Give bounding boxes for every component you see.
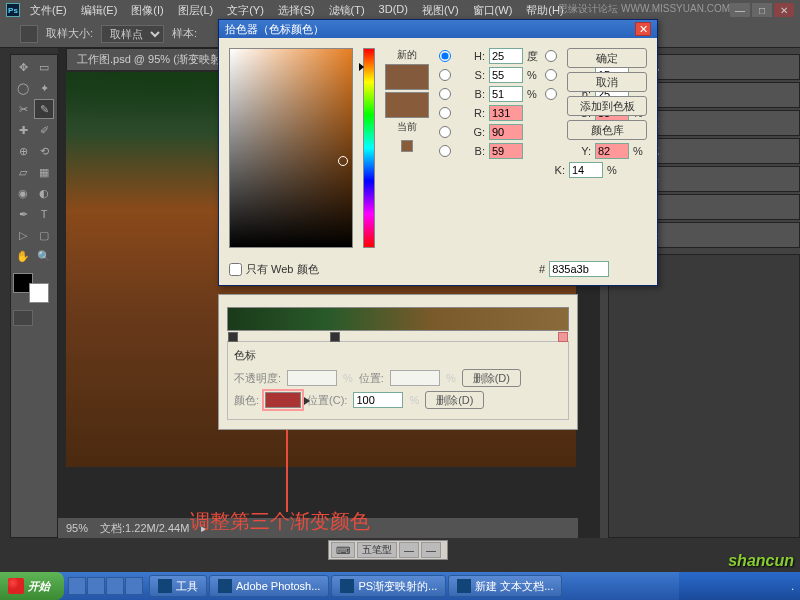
- crop-tool[interactable]: ✂: [13, 99, 33, 119]
- g-radio[interactable]: [439, 126, 451, 138]
- picker-close-button[interactable]: ✕: [635, 22, 651, 36]
- pen-tool[interactable]: ✒: [13, 204, 33, 224]
- cancel-button[interactable]: 取消: [567, 72, 647, 92]
- ql-icon-4[interactable]: [125, 577, 143, 595]
- task-textdoc[interactable]: 新建 文本文档...: [448, 575, 562, 597]
- h-radio[interactable]: [439, 50, 451, 62]
- saturation-value-field[interactable]: [229, 48, 353, 248]
- pos1-unit: %: [446, 372, 456, 384]
- marquee-tool[interactable]: ▭: [34, 57, 54, 77]
- close-button[interactable]: ✕: [774, 3, 794, 17]
- ql-icon-1[interactable]: [68, 577, 86, 595]
- stop-color-swatch[interactable]: [265, 392, 301, 408]
- h-input[interactable]: [489, 48, 523, 64]
- type-tool[interactable]: T: [34, 204, 54, 224]
- brush-tool[interactable]: ✐: [34, 120, 54, 140]
- ime-bar[interactable]: ⌨ 五笔型 — —: [328, 540, 448, 560]
- l-radio[interactable]: [545, 50, 557, 62]
- tray-icon-2[interactable]: [702, 579, 716, 593]
- menu-select[interactable]: 选择(S): [272, 1, 321, 20]
- k-input[interactable]: [569, 162, 603, 178]
- clock[interactable]: .: [791, 581, 794, 592]
- b-radio[interactable]: [439, 88, 451, 100]
- blur-tool[interactable]: ◉: [13, 183, 33, 203]
- zoom-level[interactable]: 95%: [66, 522, 88, 534]
- color-lib-button[interactable]: 颜色库: [567, 120, 647, 140]
- s-input[interactable]: [489, 67, 523, 83]
- gradient-stop-3[interactable]: [558, 332, 568, 342]
- menu-filter[interactable]: 滤镜(T): [323, 1, 371, 20]
- start-button[interactable]: 开始: [0, 572, 64, 600]
- minimize-button[interactable]: —: [730, 3, 750, 17]
- pos2-input[interactable]: [353, 392, 403, 408]
- b-input[interactable]: [489, 86, 523, 102]
- menu-view[interactable]: 视图(V): [416, 1, 465, 20]
- menu-file[interactable]: 文件(E): [24, 1, 73, 20]
- hue-slider[interactable]: [363, 48, 375, 248]
- menu-layer[interactable]: 图层(L): [172, 1, 219, 20]
- background-swatch[interactable]: [29, 283, 49, 303]
- wand-tool[interactable]: ✦: [34, 78, 54, 98]
- a-radio[interactable]: [545, 69, 557, 81]
- tray-icon-4[interactable]: [736, 579, 750, 593]
- webonly-checkbox[interactable]: [229, 263, 242, 276]
- tray-icon-1[interactable]: [685, 579, 699, 593]
- sample-size-select[interactable]: 取样点: [101, 25, 164, 43]
- y-input[interactable]: [595, 143, 629, 159]
- hand-tool[interactable]: ✋: [13, 246, 33, 266]
- move-tool[interactable]: ✥: [13, 57, 33, 77]
- r-radio[interactable]: [439, 107, 451, 119]
- task-photoshop[interactable]: Adobe Photosh...: [209, 575, 329, 597]
- add-swatch-button[interactable]: 添加到色板: [567, 96, 647, 116]
- path-tool[interactable]: ▷: [13, 225, 33, 245]
- gradient-tool[interactable]: ▦: [34, 162, 54, 182]
- eyedropper-icon[interactable]: [20, 25, 38, 43]
- document-tab[interactable]: 工作图.psd @ 95% (渐变映射: [66, 48, 232, 70]
- tray-icon-6[interactable]: [770, 579, 784, 593]
- menu-image[interactable]: 图像(I): [125, 1, 169, 20]
- gradient-bar[interactable]: [227, 307, 569, 331]
- s-radio[interactable]: [439, 69, 451, 81]
- ql-icon-3[interactable]: [106, 577, 124, 595]
- eyedropper-tool[interactable]: ✎: [34, 99, 54, 119]
- menu-type[interactable]: 文字(Y): [221, 1, 270, 20]
- delete2-button[interactable]: 删除(D): [425, 391, 484, 409]
- task-tools[interactable]: 工具: [149, 575, 207, 597]
- menu-window[interactable]: 窗口(W): [467, 1, 519, 20]
- maximize-button[interactable]: □: [752, 3, 772, 17]
- ql-icon-2[interactable]: [87, 577, 105, 595]
- g-input[interactable]: [489, 124, 523, 140]
- menu-3d[interactable]: 3D(D): [373, 1, 414, 20]
- history-brush-tool[interactable]: ⟲: [34, 141, 54, 161]
- shape-tool[interactable]: ▢: [34, 225, 54, 245]
- ime-seg2[interactable]: —: [421, 542, 441, 558]
- tray-icon-3[interactable]: [719, 579, 733, 593]
- dodge-tool[interactable]: ◐: [34, 183, 54, 203]
- eraser-tool[interactable]: ▱: [13, 162, 33, 182]
- gradient-stop-1[interactable]: [228, 332, 238, 342]
- gradient-stop-2[interactable]: [330, 332, 340, 342]
- hex-input[interactable]: [549, 261, 609, 277]
- lasso-tool[interactable]: ◯: [13, 78, 33, 98]
- layers-panel[interactable]: [608, 254, 800, 538]
- ime-seg1[interactable]: —: [399, 542, 419, 558]
- heal-tool[interactable]: ✚: [13, 120, 33, 140]
- ime-icon[interactable]: ⌨: [331, 542, 355, 558]
- picker-titlebar[interactable]: 拾色器（色标颜色） ✕: [219, 20, 657, 38]
- opacity-unit: %: [343, 372, 353, 384]
- zoom-tool[interactable]: 🔍: [34, 246, 54, 266]
- ps-task-icon: [218, 579, 232, 593]
- bval-input[interactable]: [489, 143, 523, 159]
- stamp-tool[interactable]: ⊕: [13, 141, 33, 161]
- ok-button[interactable]: 确定: [567, 48, 647, 68]
- menu-edit[interactable]: 编辑(E): [75, 1, 124, 20]
- ime-name[interactable]: 五笔型: [357, 542, 397, 558]
- color-swatches[interactable]: [13, 273, 53, 303]
- lab-b-radio[interactable]: [545, 88, 557, 100]
- r-input[interactable]: [489, 105, 523, 121]
- task-psdoc[interactable]: PS渐变映射的...: [331, 575, 446, 597]
- bval-radio[interactable]: [439, 145, 451, 157]
- websafe-cube-icon[interactable]: [401, 140, 413, 152]
- quickmask-toggle[interactable]: [13, 310, 33, 326]
- tray-icon-5[interactable]: [753, 579, 767, 593]
